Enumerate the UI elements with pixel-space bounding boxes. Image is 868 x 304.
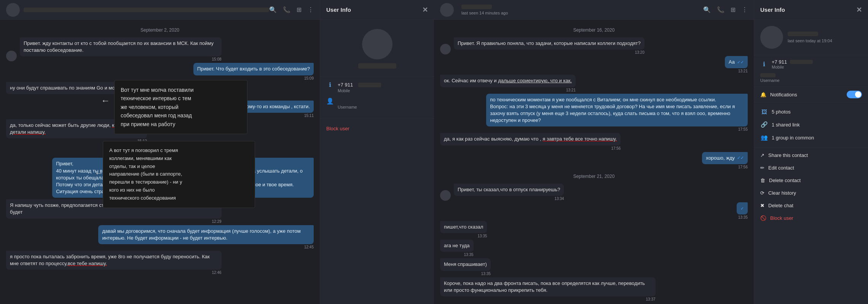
msg-time: 15:09 bbox=[193, 76, 314, 80]
list-item: Привет. Я правильно поняла, что задачи, … bbox=[454, 37, 645, 50]
left-user-actions: Block user bbox=[320, 119, 434, 138]
msg-time: 13:35 bbox=[440, 253, 474, 257]
callout-arrow-2: ← bbox=[94, 168, 104, 178]
callout-text-2: А вот тут я поговорил с тремя коллегами,… bbox=[109, 147, 182, 201]
edit-icon: ✏ bbox=[760, 165, 764, 171]
table-row: Привет, ты сказал,что в отпуск планируеш… bbox=[440, 184, 564, 201]
avatar bbox=[440, 190, 451, 201]
list-item: да, я как раз сейчас выясняю, думаю что … bbox=[440, 133, 621, 145]
date-sep21: September 21, 2020 bbox=[440, 174, 748, 179]
table-row: ✓ 13:35 bbox=[737, 202, 748, 219]
phone-icon-right[interactable]: 📞 bbox=[717, 6, 724, 13]
right-user-info-panel: User Info ✕ last seen today at 19:04 ℹ +… bbox=[754, 0, 868, 304]
more-icon-right[interactable]: ⋮ bbox=[742, 6, 748, 13]
phone-value-left: +7 911 bbox=[338, 82, 353, 88]
left-user-name bbox=[358, 63, 396, 69]
phone-value-right: +7 911 bbox=[772, 59, 813, 65]
delete-chat-icon: ✖ bbox=[760, 203, 764, 208]
table-row: я просто пока пыталась забронить время, … bbox=[6, 251, 222, 275]
avatar bbox=[6, 51, 17, 61]
notifications-label: Notifications bbox=[770, 92, 797, 98]
layout-icon-right[interactable]: ⊞ bbox=[731, 6, 736, 13]
bell-icon: 🔔 bbox=[760, 92, 766, 98]
more-icon[interactable]: ⋮ bbox=[308, 6, 314, 13]
list-item: по техническим моментам я уже пообщался … bbox=[486, 94, 748, 127]
callout-arrow-1: ← bbox=[101, 95, 110, 106]
group-count: 1 group in common bbox=[772, 135, 814, 141]
list-item: ок. Сейчас им отвечу и дальше сориентиру… bbox=[440, 75, 576, 87]
list-item: пишет,что сказал bbox=[440, 221, 487, 233]
right-messages: September 16, 2020 Привет. Я правильно п… bbox=[434, 20, 754, 304]
delete-contact-label: Delete contact bbox=[769, 178, 801, 183]
list-item: Привет. жду контакты от кто с тобой пооб… bbox=[20, 37, 222, 56]
photos-stat[interactable]: 🖼 5 photos bbox=[754, 106, 868, 118]
callout-box-2: А вот тут я поговорил с тремя коллегами,… bbox=[103, 141, 255, 208]
delete-contact-button[interactable]: 🗑 Delete contact bbox=[754, 174, 868, 187]
msg-time: 13:35 bbox=[440, 234, 487, 238]
block-user-button-left[interactable]: Block user bbox=[320, 122, 434, 135]
block-user-button-right[interactable]: 🚫 Block user bbox=[754, 212, 868, 224]
left-user-info-panel: User Info ✕ ℹ +7 911 Mobile 👤 Username bbox=[320, 0, 434, 304]
list-item: давай мы договоримся, что сначала будет … bbox=[98, 225, 314, 244]
right-user-name bbox=[788, 32, 818, 36]
delete-chat-button[interactable]: ✖ Delete chat bbox=[754, 199, 868, 212]
phone-label-right: Mobile bbox=[772, 65, 813, 69]
username-icon-left: 👤 bbox=[326, 98, 334, 105]
msg-time: 13:21 bbox=[725, 69, 748, 73]
list-item: хорошо, жду ✓✓ bbox=[702, 152, 748, 164]
search-icon[interactable]: 🔍 bbox=[269, 6, 277, 13]
list-item: Привет, ты сказал,что в отпуск планируеш… bbox=[454, 184, 564, 196]
shared-link-count: 1 shared link bbox=[772, 122, 800, 128]
user-info-title-left: User Info bbox=[326, 6, 351, 13]
group-stat[interactable]: 👥 1 group in common bbox=[754, 131, 868, 144]
photos-count: 5 photos bbox=[772, 109, 791, 115]
block-icon: 🚫 bbox=[760, 215, 766, 221]
list-item: Меня спрашивает) bbox=[440, 258, 491, 270]
phone-icon[interactable]: 📞 bbox=[283, 6, 290, 13]
right-phone-section: ℹ +7 911 Mobile Username bbox=[754, 55, 868, 87]
table-row: Аа ✓✓ 13:21 bbox=[725, 56, 748, 73]
msg-time: 12:29 bbox=[6, 219, 222, 224]
block-user-label: Block user bbox=[770, 215, 793, 221]
link-icon: 🔗 bbox=[760, 121, 768, 128]
close-button-left[interactable]: ✕ bbox=[422, 6, 428, 14]
edit-contact-button[interactable]: ✏ Edit contact bbox=[754, 162, 868, 174]
table-row: Короче, пока надо на два фронта писать, … bbox=[440, 277, 656, 301]
edit-contact-label: Edit contact bbox=[768, 165, 794, 171]
phone-label-left: Mobile bbox=[338, 88, 428, 93]
checkmark-icon: ✓✓ bbox=[737, 59, 744, 65]
shared-link-stat[interactable]: 🔗 1 shared link bbox=[754, 118, 868, 131]
right-user-avatar bbox=[760, 26, 783, 49]
checkmark-icon: ✓ bbox=[740, 206, 744, 211]
msg-time: 13:35 bbox=[440, 272, 491, 276]
layout-icon[interactable]: ⊞ bbox=[297, 6, 302, 13]
table-row: Привет. Я правильно поняла, что задачи, … bbox=[440, 37, 645, 54]
clear-history-button[interactable]: ⟳ Clear history bbox=[754, 187, 868, 199]
delete-chat-label: Delete chat bbox=[768, 203, 793, 208]
right-header-avatar bbox=[440, 3, 454, 17]
right-avatar-section: last seen today at 19:04 bbox=[754, 20, 868, 55]
user-info-title-right: User Info bbox=[760, 6, 785, 13]
checkmark-icon: ✓✓ bbox=[737, 155, 744, 161]
table-row: Привет. жду контакты от кто с тобой пооб… bbox=[6, 37, 222, 61]
search-icon-right[interactable]: 🔍 bbox=[703, 6, 711, 13]
username-label-right: Username bbox=[760, 78, 862, 83]
right-user-status: last seen today at 19:04 bbox=[788, 38, 832, 43]
notifications-toggle[interactable] bbox=[847, 91, 862, 98]
close-button-right[interactable]: ✕ bbox=[856, 6, 862, 14]
table-row: давай мы договоримся, что сначала будет … bbox=[98, 225, 314, 249]
list-item: ✓ bbox=[737, 202, 748, 214]
avatar bbox=[440, 44, 451, 54]
msg-time: 13:20 bbox=[454, 50, 645, 54]
msg-time: 13:37 bbox=[440, 297, 656, 301]
clear-icon: ⟳ bbox=[760, 190, 764, 196]
photos-icon: 🖼 bbox=[760, 109, 768, 115]
left-avatar-section bbox=[320, 20, 434, 77]
group-icon: 👥 bbox=[760, 134, 768, 141]
share-contact-button[interactable]: ↗ Share this contact bbox=[754, 149, 868, 162]
left-header-name bbox=[24, 8, 269, 12]
right-panel: last seen 14 minutes ago 🔍 📞 ⊞ ⋮ Septemb… bbox=[434, 0, 868, 304]
right-chat-header: last seen 14 minutes ago 🔍 📞 ⊞ ⋮ bbox=[434, 0, 754, 20]
username-value-right bbox=[760, 73, 775, 77]
phone-icon-left: ℹ bbox=[326, 81, 334, 88]
